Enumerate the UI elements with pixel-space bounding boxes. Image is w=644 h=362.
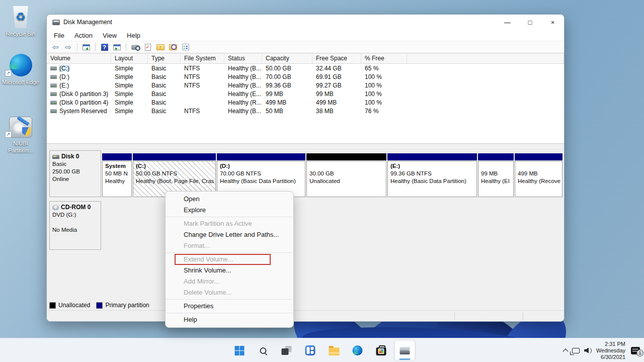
column-header-type[interactable]: Type [148,54,181,63]
partition-size: 99.36 GB NTFS [390,170,474,177]
upload-folder-icon[interactable]: ↑ [154,42,166,52]
partition-block-healthy-recove[interactable]: 499 MBHealthy (Recove [515,150,562,197]
context-menu-item-open[interactable]: Open [166,194,293,205]
show-console-tree-icon[interactable] [80,42,92,52]
niubi-partition-icon [9,117,32,138]
volume-cell: Basic [148,82,181,89]
partition-info: 99 MBHealthy (EI [478,161,514,197]
column-header-free[interactable]: % Free [361,54,407,63]
check-disk-icon[interactable]: ✓ [142,42,153,52]
titlebar[interactable]: Disk Management —□× [47,15,564,30]
status-bar [47,310,564,321]
volume-cell: (Disk 0 partition 3) [47,90,111,98]
volume-cell: Basic [148,73,181,80]
taskbar-button-disk-management[interactable] [395,340,415,360]
disk0-label: Disk 0 [61,153,79,160]
volume-icon[interactable] [584,347,592,354]
cdrom-panel[interactable]: CD-ROM 0 DVD (G:) No Media [49,201,101,250]
disk0-panel[interactable]: Disk 0 Basic 250.00 GB Online [49,150,101,197]
partition-size: 99 MB [481,170,511,177]
context-menu-item-format: Format... [166,240,293,251]
column-header-filler [407,54,564,63]
view-checklist-icon[interactable] [180,42,191,52]
taskbar-button-task-view[interactable] [277,340,297,360]
menubar-item-view[interactable]: View [98,31,122,40]
column-header-status[interactable]: Status [224,54,262,63]
hidden-icons-chevron-icon[interactable] [562,348,568,354]
partition-status: Healthy (Basic Data Partition) [390,177,474,185]
clock-date: 6/30/2021 [596,354,625,360]
partition-title: (D:) [220,162,302,170]
context-menu-item-explore[interactable]: Explore [166,205,293,216]
menubar-item-file[interactable]: File [49,31,69,40]
show-action-pane-icon[interactable] [111,42,123,52]
partition-block-d[interactable]: (D:)70.00 GB NTFSHealthy (Basic Data Par… [217,150,305,197]
volume-cell: 499 MB [262,99,312,106]
menubar-item-help[interactable]: Help [122,31,145,40]
context-menu-item-change-drive-letter-and-paths[interactable]: Change Drive Letter and Paths... [166,229,293,240]
volume-row-c[interactable]: (C:)SimpleBasicNTFSHealthy (B...50.00 GB… [47,64,564,72]
column-header-layout[interactable]: Layout [111,54,148,63]
column-header-capacity[interactable]: Capacity [262,54,312,63]
taskbar-button-widgets[interactable] [300,340,320,360]
context-menu-item-help[interactable]: Help [166,314,293,325]
volume-cell: 499 MB [312,99,361,106]
column-header-file-system[interactable]: File System [181,54,224,63]
taskbar-button-search[interactable] [253,340,273,360]
search-folder-icon[interactable] [167,42,179,52]
context-menu-item-properties[interactable]: Properties [166,301,293,312]
volume-list: VolumeLayoutTypeFile SystemStatusCapacit… [47,54,564,144]
volume-cell: 32.44 GB [312,65,361,72]
volume-cell: 100 % [361,99,407,106]
forward-icon[interactable]: ⇨ [62,42,74,52]
notification-icon[interactable]: 1 [631,347,640,354]
partition-block-unallocated[interactable]: 30.00 GBUnallocated [306,150,386,197]
taskbar-button-file-explorer[interactable] [324,340,344,360]
network-icon[interactable] [572,348,580,353]
back-icon[interactable]: ⇦ [50,42,61,52]
menubar-item-action[interactable]: Action [69,31,98,40]
partition-status: Healthy (Boot, Page File, Cras [136,177,213,185]
volume-row-e[interactable]: (E:)SimpleBasicNTFSHealthy (B...99.36 GB… [47,81,564,89]
maximize-button[interactable]: □ [519,15,541,30]
volume-cell: 65 % [361,65,407,72]
column-header-volume[interactable]: Volume [47,54,111,63]
volume-row-disk-0-partition-3[interactable]: (Disk 0 partition 3)SimpleBasicHealthy (… [47,89,564,98]
partition-block-e[interactable]: (E:)99.36 GB NTFSHealthy (Basic Data Par… [387,150,477,197]
shortcut-arrow-icon: ↗ [5,131,12,138]
system-tray: 2:31 PM Wednesday 6/30/2021 1 [564,338,640,362]
volume-cell: NTFS [181,108,224,115]
statusbar-divider [454,312,455,320]
partition-block-system[interactable]: System50 MB NHealthy [102,150,132,197]
volume-row-system-reserved[interactable]: System ReservedSimpleBasicNTFSHealthy (B… [47,107,564,115]
disk-management-app-icon [52,20,60,25]
volume-name: (E:) [59,82,69,89]
help-icon[interactable]: ? [99,42,110,52]
partition-block-c[interactable]: (C:)50.00 GB NTFSHealthy (Boot, Page Fil… [133,150,216,197]
partition-block-healthy-ei[interactable]: 99 MBHealthy (EI [478,150,514,197]
minimize-button[interactable]: — [496,15,519,30]
volume-cell: (E:) [47,82,111,89]
volume-cell: Basic [148,99,181,106]
desktop-icon-microsoft-edge[interactable]: ↗ Microsoft Edge [1,51,40,85]
volume-cell: 99 MB [312,90,361,98]
volume-cell: 100 % [361,82,407,89]
taskbar-button-edge[interactable] [348,340,368,360]
rescan-disks-icon[interactable] [129,42,141,52]
volume-row-d[interactable]: (D:)SimpleBasicNTFSHealthy (B...70.00 GB… [47,72,564,81]
column-header-free-space[interactable]: Free Space [312,54,361,63]
desktop-icon-niubi-partition[interactable]: ↗ NIUBI Partition... [1,113,40,154]
taskbar-button-store[interactable] [371,340,391,360]
volume-cell: Simple [111,108,148,115]
close-button[interactable]: × [541,15,564,30]
cdrom-label: CD-ROM 0 [61,204,91,211]
volume-cell: Healthy (B... [224,65,262,72]
shortcut-arrow-icon: ↗ [5,70,12,76]
volume-row-disk-0-partition-4[interactable]: (Disk 0 partition 4)SimpleBasicHealthy (… [47,98,564,107]
context-menu-item-delete-volume: Delete Volume... [166,287,293,298]
taskbar-button-start[interactable] [229,340,250,360]
desktop-icon-recycle-bin[interactable]: ♻ Recycle Bin [1,3,40,37]
legend-label: Unallocated [58,302,90,309]
taskbar-clock[interactable]: 2:31 PM Wednesday 6/30/2021 [596,341,625,360]
context-menu-item-shrink-volume[interactable]: Shrink Volume... [166,265,293,276]
